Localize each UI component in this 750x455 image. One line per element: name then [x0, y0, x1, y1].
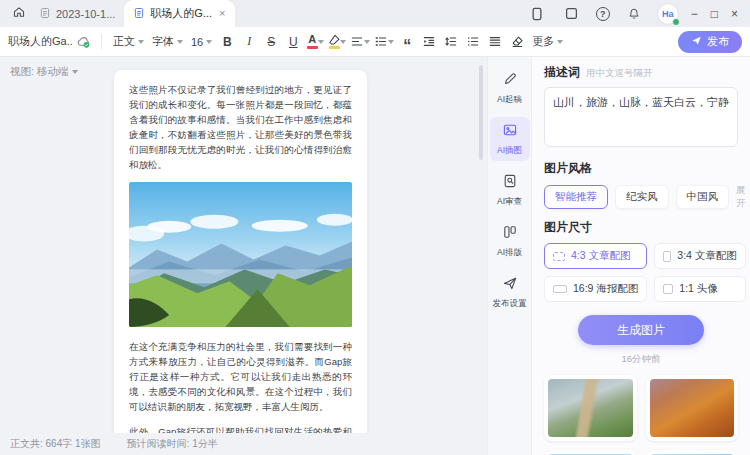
font-color-button[interactable]: A	[304, 31, 326, 52]
paragraph-style-value: 正文	[113, 34, 135, 49]
style-option-smart[interactable]: 智能推荐	[544, 185, 608, 209]
size-option-4-3[interactable]: 4:3 文章配图	[544, 243, 647, 269]
paper-plane-icon	[691, 35, 702, 48]
pencil-icon	[502, 71, 518, 91]
help-icon[interactable]: ?	[596, 7, 610, 21]
sidebar-item-label: AI插图	[497, 145, 522, 157]
tab-document-2-active[interactable]: 职场人的G... ×	[124, 0, 234, 27]
user-avatar[interactable]: Ha	[658, 4, 678, 24]
ordered-list-button[interactable]	[372, 31, 396, 52]
sidebar-item-ai-draft[interactable]: AI起稿	[490, 66, 530, 110]
blockquote-button[interactable]: “	[396, 31, 418, 52]
main-area: 视图: 移动端 这些照片不仅记录了我们曾经到过的地方，更见证了我们的成长和变化。…	[0, 57, 750, 455]
mobile-preview-icon[interactable]	[526, 4, 548, 24]
indent-icon	[422, 35, 436, 48]
tab-document-1[interactable]: 2023-10-1...	[30, 0, 124, 27]
chevron-down-icon	[138, 40, 144, 44]
justify-icon	[488, 35, 502, 48]
ratio-landscape-icon	[553, 252, 565, 261]
line-spacing-button[interactable]	[440, 31, 462, 52]
align-button[interactable]	[348, 31, 372, 52]
sidebar-item-ai-layout[interactable]: AI排版	[490, 219, 530, 263]
sidebar-item-ai-review[interactable]: AI审查	[490, 168, 530, 212]
font-family-select[interactable]: 字体	[148, 32, 187, 51]
maximize-button[interactable]: □	[711, 8, 718, 20]
expand-link[interactable]: 展开	[736, 184, 746, 210]
ordered-list-icon	[374, 35, 388, 48]
ai-tools-sidebar: AI起稿 AI插图 AI审查 AI排版 发布设置	[487, 57, 532, 455]
strikethrough-button[interactable]: S	[260, 31, 282, 52]
sidebar-item-publish-settings[interactable]: 发布设置	[490, 270, 530, 314]
document-title: 职场人的Ga...	[8, 34, 72, 49]
chevron-down-icon	[177, 40, 183, 44]
titlebar-right: ? Ha − □ ×	[526, 4, 750, 24]
sidebar-item-label: AI排版	[497, 247, 522, 259]
thumbnail-image	[548, 379, 633, 437]
font-family-value: 字体	[152, 34, 174, 49]
description-label: 描述词	[544, 64, 580, 81]
window-layout-icon[interactable]	[561, 4, 583, 24]
notifications-bell-icon[interactable]	[623, 4, 645, 24]
unordered-list-button[interactable]	[462, 31, 484, 52]
font-size-select[interactable]: 16	[187, 34, 216, 50]
thumbnail-image	[650, 379, 735, 437]
generated-image-cloudy-sky[interactable]	[544, 450, 637, 455]
view-mode-select[interactable]: 视图: 移动端	[10, 65, 78, 79]
read-time: 预计阅读时间: 1分半	[127, 437, 218, 451]
divider	[101, 34, 102, 49]
image-icon	[502, 122, 518, 142]
editor-canvas[interactable]: 视图: 移动端 这些照片不仅记录了我们曾经到过的地方，更见证了我们的成长和变化。…	[0, 57, 487, 433]
home-button[interactable]	[8, 4, 30, 24]
document-icon	[39, 7, 51, 21]
size-option-label: 3:4 文章配图	[677, 249, 737, 263]
paragraph-style-select[interactable]: 正文	[109, 32, 148, 51]
description-input[interactable]: 山川，旅游，山脉，蓝天白云，宁静	[544, 87, 738, 147]
paragraph[interactable]: 此外，Gap旅行还可以帮助我们找回对生活的热爱和激情。在旅途中，我们会发现自己曾…	[129, 424, 352, 433]
justify-button[interactable]	[484, 31, 506, 52]
paragraph[interactable]: 在这个充满竞争和压力的社会里，我们需要找到一种方式来释放压力，让自己的心灵得到滋…	[129, 339, 352, 414]
publish-button[interactable]: 发布	[678, 31, 742, 53]
size-option-label: 1:1 头像	[679, 282, 718, 296]
article-mountain-image[interactable]	[129, 182, 352, 327]
editor-scrollbar[interactable]	[479, 65, 483, 160]
unordered-list-icon	[466, 35, 480, 48]
document-page[interactable]: 这些照片不仅记录了我们曾经到过的地方，更见证了我们的成长和变化。每一张照片都是一…	[114, 70, 367, 433]
statusbar: 正文共: 664字 1张图 预计阅读时间: 1分半	[0, 433, 487, 455]
font-color-icon: A	[307, 34, 318, 49]
indent-button[interactable]	[418, 31, 440, 52]
formatting-toolbar: 职场人的Ga... 正文 字体 16 B I S U A	[0, 27, 750, 57]
generated-image-green-hill[interactable]	[646, 450, 739, 455]
sidebar-item-label: AI审查	[497, 196, 522, 208]
minimize-button[interactable]: −	[691, 8, 698, 20]
more-menu-button[interactable]: 更多	[528, 32, 567, 51]
view-mode-label: 视图: 移动端	[10, 65, 68, 79]
size-option-16-9[interactable]: 16:9 海报配图	[544, 276, 647, 302]
tab-close-icon[interactable]: ×	[219, 8, 225, 19]
word-count: 正文共: 664字 1张图	[10, 437, 101, 451]
description-hint: 用中文逗号隔开	[586, 67, 653, 80]
highlight-color-button[interactable]	[326, 31, 348, 52]
bold-button[interactable]: B	[216, 31, 238, 52]
ai-illustration-panel: 描述词 用中文逗号隔开 山川，旅游，山脉，蓝天白云，宁静 图片风格 智能推荐 纪…	[532, 57, 750, 455]
size-option-1-1[interactable]: 1:1 头像	[654, 276, 746, 302]
size-option-label: 16:9 海报配图	[573, 282, 638, 296]
generated-image-orange-mountains[interactable]	[646, 375, 739, 441]
chevron-down-icon	[318, 40, 324, 44]
chevron-down-icon	[206, 40, 212, 44]
italic-button[interactable]: I	[238, 31, 260, 52]
document-search-icon	[502, 173, 518, 193]
paragraph[interactable]: 这些照片不仅记录了我们曾经到过的地方，更见证了我们的成长和变化。每一张照片都是一…	[129, 82, 352, 172]
size-option-3-4[interactable]: 3:4 文章配图	[654, 243, 746, 269]
titlebar: 2023-10-1... 职场人的G... × ? Ha −	[0, 0, 750, 27]
style-option-chinese[interactable]: 中国风	[676, 185, 730, 209]
close-button[interactable]: ×	[731, 8, 738, 20]
online-status-dot	[672, 18, 680, 26]
underline-button[interactable]: U	[282, 31, 304, 52]
highlighter-icon	[328, 34, 340, 49]
generated-image-great-wall[interactable]	[544, 375, 637, 441]
generate-image-button[interactable]: 生成图片	[578, 315, 704, 345]
clear-format-button[interactable]	[506, 31, 528, 52]
sidebar-item-ai-illustration[interactable]: AI插图	[490, 117, 530, 161]
image-size-label: 图片尺寸	[544, 219, 738, 236]
style-option-documentary[interactable]: 纪实风	[615, 185, 669, 209]
